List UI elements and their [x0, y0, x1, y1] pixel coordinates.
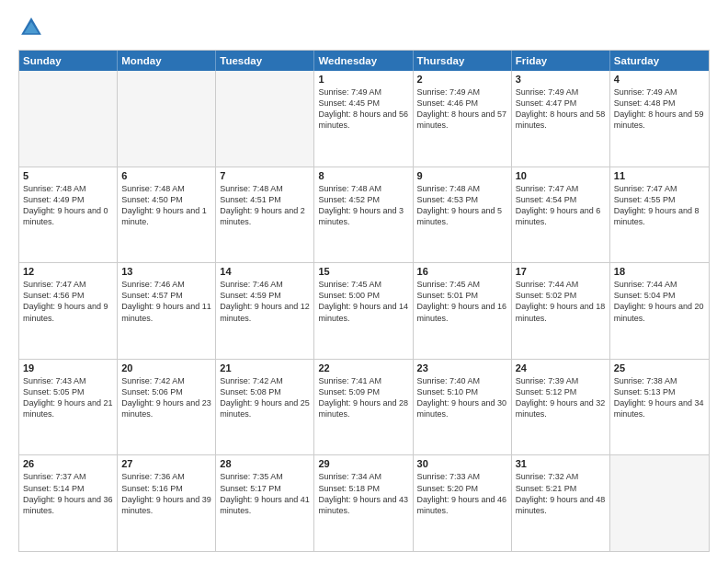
day-cell: 3Sunrise: 7:49 AM Sunset: 4:47 PM Daylig… — [512, 71, 610, 167]
day-number: 30 — [417, 458, 507, 469]
calendar-header: SundayMondayTuesdayWednesdayThursdayFrid… — [19, 51, 709, 71]
day-info: Sunrise: 7:37 AM Sunset: 5:14 PM Dayligh… — [23, 471, 113, 516]
day-number: 12 — [23, 266, 113, 277]
calendar-row: 12Sunrise: 7:47 AM Sunset: 4:56 PM Dayli… — [19, 263, 709, 360]
day-info: Sunrise: 7:47 AM Sunset: 4:55 PM Dayligh… — [614, 183, 705, 228]
calendar-body: 1Sunrise: 7:49 AM Sunset: 4:45 PM Daylig… — [19, 71, 709, 551]
day-cell: 9Sunrise: 7:48 AM Sunset: 4:53 PM Daylig… — [414, 167, 512, 263]
day-cell: 1Sunrise: 7:49 AM Sunset: 4:45 PM Daylig… — [314, 71, 413, 167]
day-cell: 31Sunrise: 7:32 AM Sunset: 5:21 PM Dayli… — [512, 455, 610, 551]
day-number: 31 — [516, 458, 606, 469]
day-number: 18 — [614, 266, 705, 277]
day-number: 9 — [417, 170, 507, 181]
day-info: Sunrise: 7:33 AM Sunset: 5:20 PM Dayligh… — [417, 471, 507, 516]
day-info: Sunrise: 7:34 AM Sunset: 5:18 PM Dayligh… — [318, 471, 408, 516]
weekday-header: Wednesday — [314, 51, 413, 71]
day-number: 22 — [318, 362, 408, 373]
day-cell: 14Sunrise: 7:46 AM Sunset: 4:59 PM Dayli… — [216, 263, 314, 359]
day-number: 2 — [417, 74, 507, 85]
weekday-header: Friday — [512, 51, 610, 71]
day-info: Sunrise: 7:42 AM Sunset: 5:06 PM Dayligh… — [121, 375, 211, 420]
day-number: 25 — [614, 362, 705, 373]
day-cell: 18Sunrise: 7:44 AM Sunset: 5:04 PM Dayli… — [610, 263, 709, 359]
day-number: 17 — [516, 266, 606, 277]
day-number: 14 — [220, 266, 310, 277]
day-info: Sunrise: 7:44 AM Sunset: 5:04 PM Dayligh… — [614, 279, 705, 324]
day-cell: 26Sunrise: 7:37 AM Sunset: 5:14 PM Dayli… — [19, 455, 118, 551]
day-number: 8 — [318, 170, 408, 181]
day-cell: 19Sunrise: 7:43 AM Sunset: 5:05 PM Dayli… — [19, 360, 118, 455]
day-number: 19 — [23, 362, 113, 373]
day-info: Sunrise: 7:41 AM Sunset: 5:09 PM Dayligh… — [318, 375, 408, 420]
day-info: Sunrise: 7:45 AM Sunset: 5:00 PM Dayligh… — [318, 279, 408, 324]
day-number: 24 — [516, 362, 606, 373]
calendar-row: 26Sunrise: 7:37 AM Sunset: 5:14 PM Dayli… — [19, 455, 709, 551]
day-cell: 12Sunrise: 7:47 AM Sunset: 4:56 PM Dayli… — [19, 263, 118, 359]
weekday-header: Tuesday — [216, 51, 314, 71]
day-info: Sunrise: 7:45 AM Sunset: 5:01 PM Dayligh… — [417, 279, 507, 324]
day-number: 11 — [614, 170, 705, 181]
day-info: Sunrise: 7:39 AM Sunset: 5:12 PM Dayligh… — [516, 375, 606, 420]
day-info: Sunrise: 7:35 AM Sunset: 5:17 PM Dayligh… — [220, 471, 310, 516]
day-info: Sunrise: 7:43 AM Sunset: 5:05 PM Dayligh… — [23, 375, 113, 420]
day-cell: 2Sunrise: 7:49 AM Sunset: 4:46 PM Daylig… — [414, 71, 512, 167]
day-cell: 23Sunrise: 7:40 AM Sunset: 5:10 PM Dayli… — [414, 360, 512, 455]
calendar-row: 19Sunrise: 7:43 AM Sunset: 5:05 PM Dayli… — [19, 360, 709, 456]
day-info: Sunrise: 7:49 AM Sunset: 4:47 PM Dayligh… — [516, 86, 606, 132]
day-cell: 13Sunrise: 7:46 AM Sunset: 4:57 PM Dayli… — [118, 263, 216, 359]
day-info: Sunrise: 7:49 AM Sunset: 4:46 PM Dayligh… — [417, 86, 507, 132]
calendar: SundayMondayTuesdayWednesdayThursdayFrid… — [18, 50, 710, 552]
day-cell: 25Sunrise: 7:38 AM Sunset: 5:13 PM Dayli… — [610, 360, 709, 455]
empty-cell — [19, 71, 118, 167]
day-info: Sunrise: 7:47 AM Sunset: 4:56 PM Dayligh… — [23, 279, 113, 324]
day-cell: 6Sunrise: 7:48 AM Sunset: 4:50 PM Daylig… — [118, 167, 216, 263]
day-info: Sunrise: 7:48 AM Sunset: 4:52 PM Dayligh… — [318, 183, 408, 228]
day-cell: 30Sunrise: 7:33 AM Sunset: 5:20 PM Dayli… — [414, 455, 512, 551]
day-cell: 8Sunrise: 7:48 AM Sunset: 4:52 PM Daylig… — [314, 167, 413, 263]
day-info: Sunrise: 7:40 AM Sunset: 5:10 PM Dayligh… — [417, 375, 507, 420]
day-number: 10 — [516, 170, 606, 181]
day-number: 13 — [121, 266, 211, 277]
weekday-header: Saturday — [610, 51, 709, 71]
empty-cell — [118, 71, 216, 167]
day-cell: 5Sunrise: 7:48 AM Sunset: 4:49 PM Daylig… — [19, 167, 118, 263]
weekday-header: Monday — [118, 51, 216, 71]
day-info: Sunrise: 7:46 AM Sunset: 4:57 PM Dayligh… — [121, 279, 211, 324]
header — [18, 15, 710, 40]
day-cell: 11Sunrise: 7:47 AM Sunset: 4:55 PM Dayli… — [610, 167, 709, 263]
day-cell: 20Sunrise: 7:42 AM Sunset: 5:06 PM Dayli… — [118, 360, 216, 455]
day-info: Sunrise: 7:48 AM Sunset: 4:51 PM Dayligh… — [220, 183, 310, 228]
calendar-row: 5Sunrise: 7:48 AM Sunset: 4:49 PM Daylig… — [19, 167, 709, 264]
day-cell: 22Sunrise: 7:41 AM Sunset: 5:09 PM Dayli… — [314, 360, 413, 455]
day-info: Sunrise: 7:32 AM Sunset: 5:21 PM Dayligh… — [516, 471, 606, 516]
day-info: Sunrise: 7:36 AM Sunset: 5:16 PM Dayligh… — [121, 471, 211, 516]
calendar-row: 1Sunrise: 7:49 AM Sunset: 4:45 PM Daylig… — [19, 71, 709, 167]
day-info: Sunrise: 7:47 AM Sunset: 4:54 PM Dayligh… — [516, 183, 606, 228]
weekday-header: Sunday — [19, 51, 118, 71]
day-number: 16 — [417, 266, 507, 277]
day-info: Sunrise: 7:49 AM Sunset: 4:45 PM Dayligh… — [318, 86, 408, 132]
day-cell: 28Sunrise: 7:35 AM Sunset: 5:17 PM Dayli… — [216, 455, 314, 551]
day-number: 1 — [318, 74, 408, 85]
logo-icon — [18, 15, 44, 40]
day-info: Sunrise: 7:49 AM Sunset: 4:48 PM Dayligh… — [614, 86, 705, 132]
day-info: Sunrise: 7:48 AM Sunset: 4:53 PM Dayligh… — [417, 183, 507, 228]
day-info: Sunrise: 7:48 AM Sunset: 4:49 PM Dayligh… — [23, 183, 113, 228]
day-number: 15 — [318, 266, 408, 277]
logo — [18, 15, 48, 40]
day-cell: 10Sunrise: 7:47 AM Sunset: 4:54 PM Dayli… — [512, 167, 610, 263]
day-cell: 15Sunrise: 7:45 AM Sunset: 5:00 PM Dayli… — [314, 263, 413, 359]
day-cell: 4Sunrise: 7:49 AM Sunset: 4:48 PM Daylig… — [610, 71, 709, 167]
day-cell: 24Sunrise: 7:39 AM Sunset: 5:12 PM Dayli… — [512, 360, 610, 455]
weekday-header: Thursday — [414, 51, 512, 71]
day-info: Sunrise: 7:38 AM Sunset: 5:13 PM Dayligh… — [614, 375, 705, 420]
day-cell: 16Sunrise: 7:45 AM Sunset: 5:01 PM Dayli… — [414, 263, 512, 359]
day-number: 23 — [417, 362, 507, 373]
page: SundayMondayTuesdayWednesdayThursdayFrid… — [0, 0, 728, 563]
day-number: 20 — [121, 362, 211, 373]
day-info: Sunrise: 7:46 AM Sunset: 4:59 PM Dayligh… — [220, 279, 310, 324]
day-number: 5 — [23, 170, 113, 181]
day-number: 7 — [220, 170, 310, 181]
day-number: 6 — [121, 170, 211, 181]
day-number: 27 — [121, 458, 211, 469]
